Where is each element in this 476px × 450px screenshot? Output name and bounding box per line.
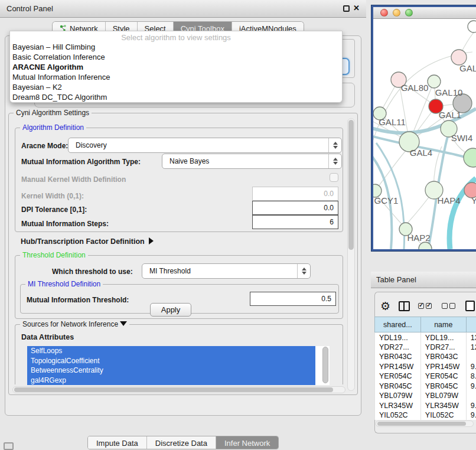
bottom-tab-infer-network[interactable]: Infer Network (216, 436, 278, 449)
table-row[interactable]: YIL052CYIL052C9. (375, 410, 476, 420)
network-node-label: HAP2 (407, 233, 430, 243)
attribute-item-selected[interactable]: BetweennessCentrality (27, 366, 315, 376)
aracne-mode-label: Aracne Mode: (21, 142, 68, 150)
attributes-scrollbar[interactable] (322, 347, 328, 383)
dpi-tolerance-label: DPI Tolerance [0,1]: (21, 206, 87, 214)
threshold-definition-title: Threshold Definition (20, 251, 88, 259)
table-cell: YBL079W (420, 391, 466, 401)
stepper-arrows-icon (328, 138, 341, 152)
algorithm-option[interactable]: ARACNE Algorithm (10, 62, 342, 72)
table-row[interactable]: YDR27...YDR27...12 (375, 342, 476, 352)
control-panel-body: NetworkStyleSelectCyni ToolboxjActiveMNo… (0, 18, 366, 433)
mi-algorithm-type-label: Mutual Information Algorithm Type: (21, 158, 141, 166)
attribute-item-selected[interactable]: TopologicalCoefficient (27, 356, 315, 366)
network-node-label: GAL4 (410, 148, 432, 158)
mi-threshold-definition-title: MI Threshold Definition (25, 280, 103, 288)
minimized-panel-icon[interactable] (4, 442, 14, 450)
table-row[interactable]: YBR045CYBR045C9. (375, 381, 476, 391)
table-row[interactable]: YLR345WYLR345W9. (375, 400, 476, 410)
bottom-tab-impute-data[interactable]: Impute Data (88, 436, 147, 449)
table-cell: YER054C (420, 371, 466, 381)
attribute-item-selected[interactable]: gal4RGexp (27, 376, 315, 386)
table-horizontal-scrollbar[interactable] (376, 420, 474, 427)
network-node[interactable] (464, 148, 476, 167)
network-node-label: GAL80 (401, 83, 429, 93)
network-node-label: GAL10 (435, 87, 463, 97)
close-traffic-light-icon[interactable] (380, 9, 388, 17)
network-window-titlebar[interactable] (373, 7, 476, 19)
table-row[interactable]: YER054CYER054C8. (375, 371, 476, 381)
apply-button[interactable]: Apply (150, 303, 191, 317)
network-node[interactable] (468, 21, 476, 32)
network-canvas[interactable]: GALGAL80GAL10GAL1GAL11SWI4GAL4GCY1HAP4YH… (373, 19, 476, 249)
table-cell: YDR27... (420, 342, 466, 352)
manual-kernel-width-label: Manual Kernel Width Definition (21, 175, 126, 184)
cyni-settings-group-title: Cyni Algorithm Settings (14, 109, 92, 117)
table-cell: YDR27... (375, 342, 421, 352)
algorithm-option[interactable]: Dream8 DC_TDC Algorithm (10, 92, 342, 102)
table-cell: YBR045C (420, 381, 466, 391)
attribute-item-selected[interactable]: SelfLoops (27, 346, 315, 356)
column-header[interactable]: shared... (375, 317, 421, 332)
sources-group-title[interactable]: Sources for Network Inference (20, 320, 129, 328)
table-cell: YDL19... (375, 332, 421, 343)
gear-icon[interactable]: ⚙ (380, 301, 390, 312)
table-cell: YBR043C (375, 352, 421, 362)
network-node-label: SWI4 (451, 133, 473, 143)
algorithm-option[interactable]: Bayesian – K2 (10, 82, 342, 92)
hub-factor-definition-label[interactable]: Hub/Transcription Factor Definition (21, 237, 154, 246)
column-layout-icon[interactable] (399, 301, 410, 311)
algorithm-dropdown-popup: Select algorithm to view settings Bayesi… (9, 31, 343, 103)
control-panel-bottom-tabs: Impute DataDiscretize DataInfer Network (87, 436, 279, 449)
settings-horizontal-scrollbar[interactable] (12, 386, 345, 393)
zoom-traffic-light-icon[interactable] (405, 9, 413, 17)
table-panel-toolbar: ⚙ (380, 298, 475, 314)
control-panel-title: Control Panel (6, 4, 53, 13)
table-cell: 9. (466, 410, 476, 420)
table-row[interactable]: YBR043CYBR043C (375, 352, 476, 362)
expanded-arrow-icon[interactable] (120, 321, 127, 326)
settings-vertical-scrollbar[interactable] (347, 118, 355, 391)
mi-threshold-input[interactable]: 0.5 (250, 292, 336, 306)
table-cell: YPR145W (420, 361, 466, 371)
network-node-label: HAP4 (437, 195, 460, 206)
sources-group: Sources for Network Inference Data Attri… (15, 324, 343, 384)
checked-pair-icon[interactable] (418, 301, 433, 311)
aracne-mode-select[interactable]: Discovery (68, 138, 342, 153)
stepper-arrows-icon (297, 264, 310, 278)
column-header[interactable]: name (420, 317, 466, 332)
algorithm-dropdown-placeholder: Select algorithm to view settings (10, 31, 342, 42)
unchecked-pair-icon[interactable] (442, 301, 457, 311)
table-row[interactable]: YPR145WYPR145W9. (375, 361, 476, 371)
algorithm-options-list: Bayesian – Hill ClimbingBasic Correlatio… (10, 42, 342, 102)
algorithm-option[interactable]: Bayesian – Hill Climbing (10, 42, 342, 52)
float-window-icon[interactable] (343, 5, 350, 12)
table-cell (466, 391, 476, 401)
kernel-width-input[interactable]: 0.0 (252, 187, 338, 201)
dpi-tolerance-input[interactable]: 0.0 (252, 201, 338, 215)
table-cell: YIL052C (420, 410, 466, 420)
document-icon[interactable] (465, 301, 475, 311)
network-node-label: GAL1 (439, 110, 461, 120)
network-node-label: GAL (459, 63, 476, 73)
minimize-traffic-light-icon[interactable] (393, 9, 400, 17)
manual-kernel-width-checkbox[interactable] (330, 173, 338, 182)
mi-algorithm-type-select[interactable]: Naive Bayes (162, 154, 342, 169)
algorithm-option[interactable]: Basic Correlation Inference (10, 52, 342, 62)
algorithm-option[interactable]: Mutual Information Inference (10, 72, 342, 82)
table-cell: 8. (466, 371, 476, 381)
bottom-tab-discretize-data[interactable]: Discretize Data (147, 436, 216, 449)
data-attributes-list[interactable]: SelfLoopsTopologicalCoefficientBetweenne… (27, 346, 330, 385)
table-row[interactable]: YBL079WYBL079W (375, 391, 476, 401)
table-cell: YBR043C (420, 352, 466, 362)
network-node[interactable] (428, 75, 441, 88)
mi-steps-input[interactable]: 6 (252, 215, 338, 229)
close-icon[interactable]: ✕ (353, 4, 360, 12)
column-header[interactable] (466, 317, 476, 332)
collapsed-arrow-icon[interactable] (149, 237, 154, 244)
table-cell: YER054C (375, 371, 421, 381)
kernel-width-label: Kernel Width (0,1): (21, 192, 84, 200)
table-row[interactable]: YDL19...YDL19...13 (375, 332, 476, 343)
network-node-label: GCY1 (374, 195, 399, 206)
which-threshold-select[interactable]: MI Threshold (142, 263, 311, 279)
